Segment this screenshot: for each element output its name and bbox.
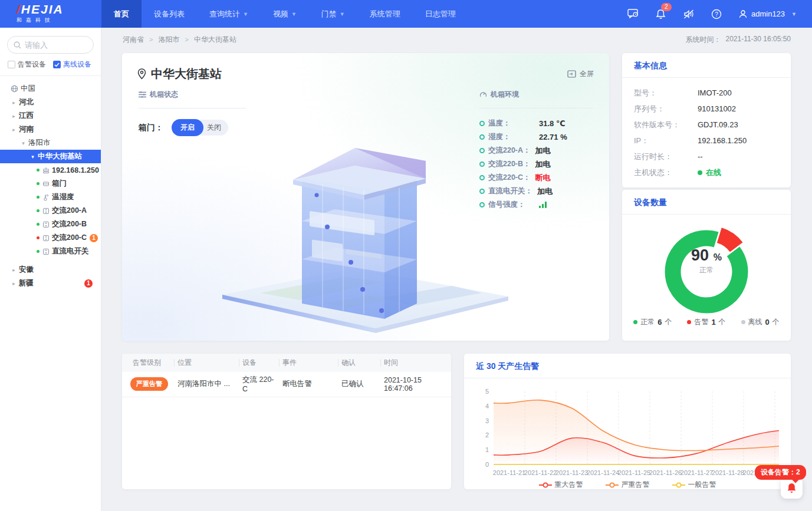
host-icon [42,167,50,174]
nav-item-video[interactable]: 视频▼ [261,0,309,28]
tree-node-luoyang[interactable]: ▾洛阳市 [0,136,101,150]
nav-item-log-mgmt[interactable]: 日志管理 [413,0,468,28]
info-row-ip: IP：192.168.1.250 [634,133,779,149]
chevron-down-icon: ▼ [340,11,345,17]
breadcrumb: 河南省 > 洛阳市 > 中华大街基站 [123,35,236,45]
cabinet-status-title: 机箱状态 [139,90,246,100]
tree-leaf-ac200-a[interactable]: 交流200-A [0,204,101,217]
chevron-right-icon: ▸ [11,113,17,119]
tree-leaf-ac200-c[interactable]: 交流200-C 1 [0,231,101,245]
alarm-time: 2021-10-15 16:47:06 [380,372,451,397]
station-panel: 中华大街基站 全屏 机箱状态 箱门： 开启 关闭 [122,53,609,341]
fullscreen-button[interactable]: 全屏 [567,69,594,79]
svg-text:5: 5 [485,388,489,395]
cabinet-env-title: 机箱环境 [479,90,593,100]
search-icon [14,41,21,49]
breadcrumb-item[interactable]: 河南省 [123,35,144,45]
env-row-ac220-b: 交流220-B：加电 [479,157,593,171]
nav-item-system-mgmt[interactable]: 系统管理 [357,0,413,28]
alarm-chart-title: 近 30 天产生告警 [464,354,791,378]
tree-node-station-selected[interactable]: ▾中华大街基站 [0,150,101,163]
alarm-table: 告警级别 位置 设备 事件 确认 时间 严重告警 河南洛阳市中 ... 交流 2… [122,354,451,397]
bell-icon[interactable]: 2 [655,8,667,20]
svg-text:2021-11-24: 2021-11-24 [587,469,619,476]
env-row-ac220-a: 交流220-A：加电 [479,144,593,157]
filter-offline-devices[interactable]: 离线设备 [53,60,91,70]
svg-text:2021-11-28: 2021-11-28 [712,469,744,476]
status-dot-green [37,223,40,226]
chevron-right-icon: ▸ [11,100,17,106]
alarm-level-badge: 严重告警 [130,377,168,391]
chevron-down-icon: ▾ [29,154,36,160]
info-row-model: 型号：IMOT-200 [634,85,779,101]
tree-leaf-temp-humidity[interactable]: 温湿度 [0,190,101,204]
tree-leaf-host[interactable]: 192.168.1.250 [0,163,101,177]
alarm-bell-button[interactable] [781,477,803,499]
chevron-down-icon: ▾ [20,140,27,146]
svg-text:2021-11-23: 2021-11-23 [555,469,588,476]
alarm-table-row[interactable]: 严重告警 河南洛阳市中 ... 交流 220-C 断电告警 已确认 2021-1… [122,372,451,397]
brand-logo[interactable]: /HEJIA 和嘉科技 [0,0,101,28]
user-menu[interactable]: admin123 ▼ [738,9,797,19]
env-bullet-icon [479,121,485,126]
tree-node-xinjiang[interactable]: ▸新疆1 [0,276,101,290]
nav-item-device-list[interactable]: 设备列表 [142,0,197,28]
status-dot-green [37,250,40,253]
region-tree: 中国 ▸河北 ▸江西 ▸河南 ▾洛阳市 ▾中华大街基站 192.168.1.25… [0,82,101,290]
help-icon[interactable]: ? [711,8,722,20]
user-icon [738,9,748,19]
checkbox-unchecked[interactable] [8,61,15,68]
filter-alarm-devices[interactable]: 告警设备 [8,60,46,70]
svg-text:2021-11-27: 2021-11-27 [680,469,713,476]
sidebar-search[interactable] [7,36,94,54]
legend-offline: 离线 0 个 [741,317,780,327]
breaker-icon [42,235,50,242]
basic-info-panel: 基本信息 型号：IMOT-200 序列号：910131002 软件版本号：GDJ… [622,53,791,187]
nav-item-home[interactable]: 首页 [101,0,142,28]
env-row-temperature: 温度：31.8 ℃ [479,117,593,130]
tree-leaf-dc-switch[interactable]: 直流电开关 [0,245,101,258]
message-icon[interactable] [627,8,639,20]
chevron-right-icon: ▸ [11,267,17,273]
alarm-device: 交流 220-C [239,372,279,397]
legend-dot-gray [741,320,745,324]
door-open-button[interactable]: 开启 [172,119,203,136]
signal-strength-icon [539,202,547,208]
alarm-confirm: 已确认 [338,372,380,397]
tree-node-china[interactable]: 中国 [0,82,101,95]
bell-icon [786,482,797,494]
search-input[interactable] [25,41,84,50]
env-bullet-icon [479,148,485,153]
tree-node-hebei[interactable]: ▸河北 [0,95,101,109]
info-row-host-status: 主机状态：在线 [634,164,779,180]
top-navbar: /HEJIA 和嘉科技 首页 设备列表 查询统计▼ 视频▼ 门禁▼ 系统管理 日… [0,0,812,28]
env-bullet-icon [479,202,485,207]
breadcrumb-item[interactable]: 中华大街基站 [194,35,236,45]
tree-leaf-door[interactable]: 箱门 [0,177,101,190]
status-dot-red [37,236,40,239]
env-row-dc-switch: 直流电开关：加电 [479,184,593,198]
chevron-right-icon: ▸ [11,127,17,133]
alarm-event: 断电告警 [279,372,338,397]
device-alarm-bubble[interactable]: 设备告警：2 [755,465,806,480]
svg-text:2021-11-26: 2021-11-26 [649,469,682,476]
device-count-donut: 90 % 正常 [622,215,791,316]
tree-leaf-ac200-b[interactable]: 交流200-B [0,217,101,231]
breadcrumb-separator: > [185,36,188,43]
list-icon [139,91,146,98]
checkbox-checked[interactable] [53,61,61,68]
tree-node-henan[interactable]: ▸河南 [0,123,101,136]
mute-icon[interactable] [683,8,695,20]
breadcrumb-separator: > [149,36,153,43]
breaker-icon [42,207,50,215]
tree-node-jiangxi[interactable]: ▸江西 [0,109,101,123]
nav-item-query-stats[interactable]: 查询统计▼ [197,0,261,28]
alarm-chart-panel: 近 30 天产生告警 0123452021-11-212021-11-22202… [464,354,791,489]
breadcrumb-item[interactable]: 洛阳市 [158,35,179,45]
online-status-text: 在线 [706,167,721,178]
nav-item-access[interactable]: 门禁▼ [309,0,357,28]
svg-text:2021-11-25: 2021-11-25 [618,469,650,476]
tree-node-anhui[interactable]: ▸安徽 [0,263,101,276]
env-bullet-icon [479,161,485,167]
brand-logo-subtext: 和嘉科技 [17,17,101,24]
